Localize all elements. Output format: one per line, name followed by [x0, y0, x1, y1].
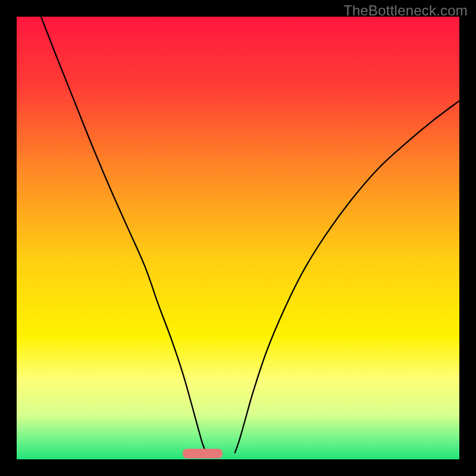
chart-svg: [17, 17, 459, 459]
chart-area: [17, 17, 459, 459]
chart-background: [17, 17, 459, 459]
trough-marker: [183, 449, 223, 458]
outer-frame: TheBottleneck.com: [0, 0, 476, 476]
